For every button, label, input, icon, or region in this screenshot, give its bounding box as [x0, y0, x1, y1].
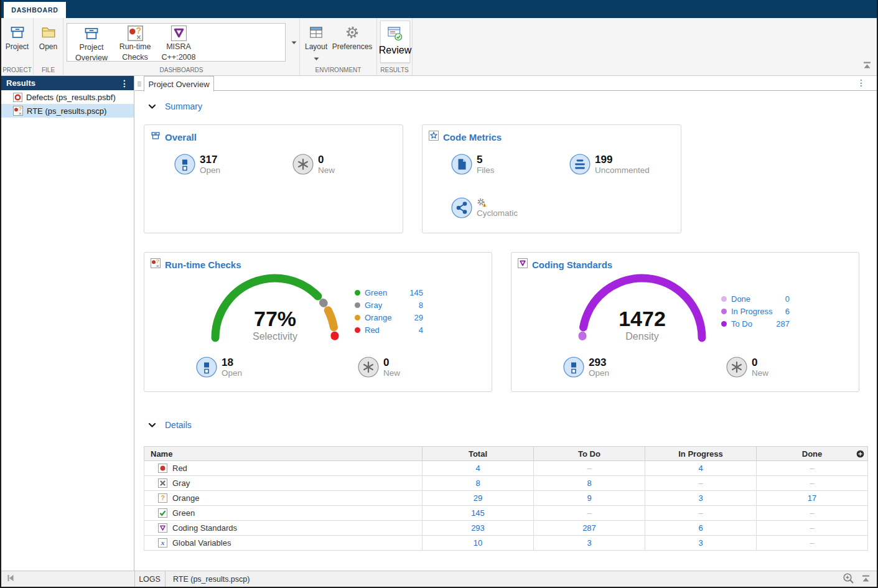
gauge-label: Density: [580, 331, 704, 342]
cell-done[interactable]: –: [757, 521, 868, 536]
gauge-value: 77%: [213, 307, 337, 330]
cell-todo[interactable]: –: [534, 461, 645, 476]
legend-row[interactable]: Gray8: [355, 299, 423, 311]
cell-todo[interactable]: –: [534, 506, 645, 521]
cell-inprogress[interactable]: 6: [645, 521, 757, 536]
chevron-down-icon: [314, 52, 319, 63]
cell-inprogress[interactable]: –: [645, 506, 757, 521]
summary-section-header[interactable]: Summary: [148, 101, 202, 112]
cell-done[interactable]: 17: [757, 491, 868, 506]
legend-dot: [355, 302, 360, 308]
table-row[interactable]: Green145–––: [144, 506, 868, 521]
gear-icon: [344, 24, 360, 40]
cell-total[interactable]: 4: [423, 461, 534, 476]
table-row[interactable]: Gray88––: [144, 476, 868, 491]
table-row[interactable]: Coding Standards2932876–: [144, 521, 868, 536]
details-section-header[interactable]: Details: [148, 419, 192, 431]
cell-inprogress[interactable]: 3: [645, 536, 757, 551]
global-variables-icon: x: [158, 538, 167, 548]
cyclomatic-stat-icon: [451, 197, 472, 221]
sidebar-menu-icon[interactable]: ⋮: [120, 78, 129, 88]
uncommented-stat[interactable]: 199Uncommented: [569, 154, 650, 177]
green-check-icon: [158, 508, 167, 518]
legend-row[interactable]: Red4: [355, 324, 423, 336]
coding-open-stat[interactable]: 293Open: [563, 357, 609, 380]
legend-row[interactable]: To Do287: [721, 317, 790, 330]
legend-row[interactable]: In Progress6: [721, 305, 790, 317]
gallery-label: MISRA C++:2008: [157, 42, 200, 63]
files-stat[interactable]: 5Files: [451, 154, 495, 177]
collapse-ribbon-button[interactable]: [862, 60, 872, 72]
layout-button[interactable]: Layout: [302, 24, 330, 63]
review-button[interactable]: Review: [380, 21, 410, 63]
table-header[interactable]: To Do: [534, 447, 645, 461]
cell-todo[interactable]: 9: [534, 491, 645, 506]
svg-text:?: ?: [161, 494, 165, 502]
table-row[interactable]: Red4–4–: [144, 461, 868, 476]
tab-project-overview[interactable]: Project Overview: [144, 76, 214, 91]
new-stat-icon: [292, 154, 314, 177]
orange-question-icon: ?: [158, 493, 167, 503]
cell-total[interactable]: 293: [423, 521, 534, 536]
files-stat-icon: [451, 154, 472, 177]
cell-done[interactable]: –: [757, 536, 868, 551]
cell-todo[interactable]: 3: [534, 536, 645, 551]
collapse-bottom-button[interactable]: [861, 571, 871, 587]
tab-dashboard[interactable]: DASHBOARD: [4, 2, 66, 18]
table-row[interactable]: ?Orange299317: [144, 491, 868, 506]
gallery-item-runtime-checks[interactable]: ?× Run-time Checks: [113, 26, 157, 61]
table-header[interactable]: Name: [144, 447, 423, 461]
legend-row[interactable]: Green145: [355, 286, 423, 299]
cell-done[interactable]: –: [757, 476, 868, 491]
overall-open-stat[interactable]: 317Open: [174, 154, 220, 177]
gallery-label: Project Overview: [70, 42, 113, 63]
preferences-button[interactable]: Preferences: [330, 24, 375, 51]
details-section-label: Details: [165, 420, 192, 430]
cell-inprogress[interactable]: –: [645, 476, 757, 491]
sidebar-item[interactable]: ?×RTE (ps_results.pscp): [1, 104, 134, 118]
cell-total[interactable]: 8: [423, 476, 534, 491]
project-button[interactable]: Project: [1, 24, 33, 51]
collapse-left-button[interactable]: [6, 571, 15, 587]
legend-value: 29: [414, 313, 423, 322]
cell-total[interactable]: 29: [423, 491, 534, 506]
cell-todo[interactable]: 287: [534, 521, 645, 536]
gallery-dropdown-button[interactable]: [289, 37, 299, 47]
preferences-button-label: Preferences: [332, 42, 373, 51]
review-icon: [386, 25, 404, 45]
overall-new-stat[interactable]: 0New: [292, 154, 335, 177]
tabstrip-menu-icon[interactable]: ⋮: [857, 78, 866, 88]
cell-total[interactable]: 145: [423, 506, 534, 521]
logs-button[interactable]: LOGS: [134, 571, 165, 587]
legend-dot: [355, 290, 360, 296]
legend-dot: [355, 327, 360, 333]
cell-todo[interactable]: 8: [534, 476, 645, 491]
cell-total[interactable]: 10: [423, 536, 534, 551]
runtime-new-stat[interactable]: 0New: [358, 357, 400, 380]
coding-new-stat[interactable]: 0New: [726, 357, 768, 380]
app-window: DASHBOARD Project PROJECT Open FILE Proj…: [0, 0, 878, 588]
runtime-open-stat[interactable]: 18Open: [196, 357, 242, 380]
svg-text:×: ×: [19, 111, 22, 116]
legend-row[interactable]: Done0: [721, 292, 790, 305]
cyclomatic-stat[interactable]: Cyclomatic: [451, 197, 518, 221]
table-header[interactable]: In Progress: [645, 447, 757, 461]
add-column-icon[interactable]: [856, 450, 864, 460]
open-button[interactable]: Open: [34, 24, 63, 51]
cell-done[interactable]: –: [757, 461, 868, 476]
sidebar-item[interactable]: Defects (ps_results.psbf): [1, 90, 134, 104]
gallery-item-project-overview[interactable]: Project Overview: [70, 26, 113, 61]
table-header[interactable]: Done: [757, 447, 868, 461]
legend-dot: [355, 315, 360, 320]
cell-inprogress[interactable]: 4: [645, 461, 757, 476]
table-header[interactable]: Total: [423, 447, 534, 461]
cell-inprogress[interactable]: 3: [645, 491, 757, 506]
legend-row[interactable]: Orange29: [355, 311, 423, 324]
table-row[interactable]: xGlobal Variables1033–: [144, 536, 868, 551]
cell-done[interactable]: –: [757, 506, 868, 521]
row-name: Coding Standards: [172, 523, 237, 533]
gallery-item-misra[interactable]: MISRA C++:2008: [157, 26, 200, 61]
grip-icon[interactable]: [137, 80, 142, 91]
project-box-icon: [9, 24, 26, 40]
zoom-in-button[interactable]: [843, 571, 854, 587]
